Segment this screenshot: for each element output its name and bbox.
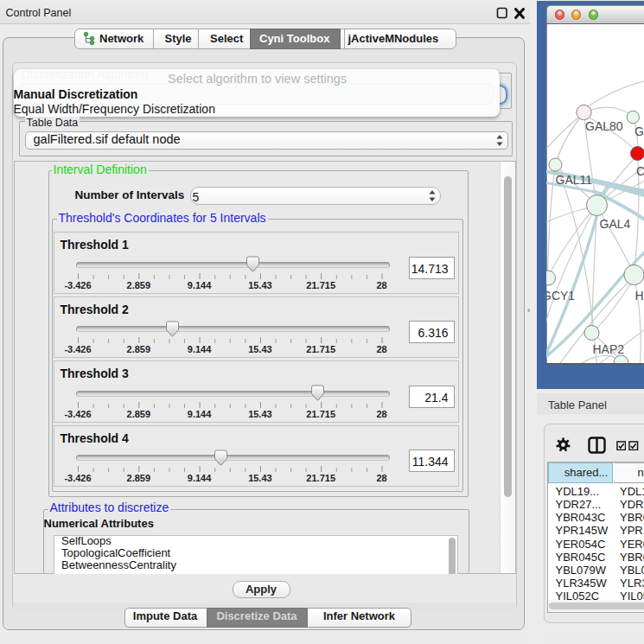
svg-text:GAL: GAL <box>634 124 644 137</box>
svg-text:HA: HA <box>634 288 644 302</box>
svg-text:HAP2: HAP2 <box>592 341 624 355</box>
svg-text:GAL11: GAL11 <box>555 173 592 187</box>
svg-text:GAL4: GAL4 <box>599 217 630 231</box>
svg-text:CR: CR <box>636 163 644 177</box>
svg-text:GAL80: GAL80 <box>585 119 623 133</box>
svg-text:GCY1: GCY1 <box>546 288 575 302</box>
